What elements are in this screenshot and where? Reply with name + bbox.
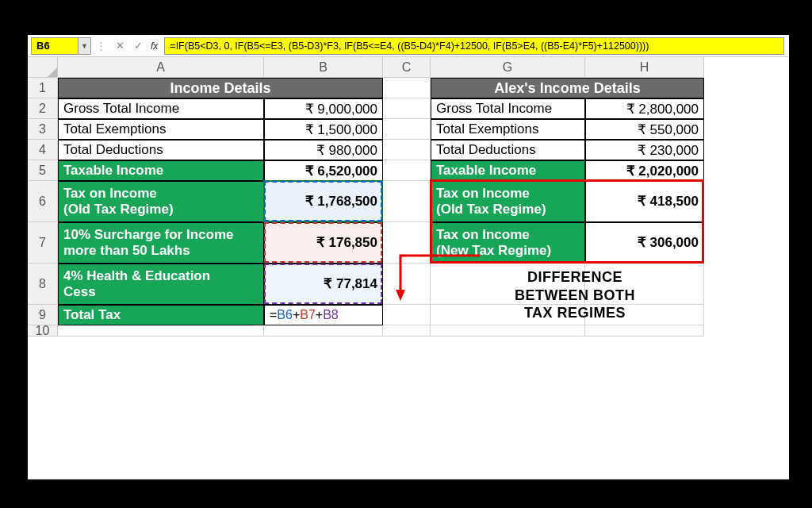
row-header-1[interactable]: 1 — [28, 78, 58, 98]
cell-c4[interactable] — [383, 140, 431, 160]
cell-a8-l2: Cess — [63, 284, 210, 300]
cell-g6-l1: Tax on Income — [436, 186, 546, 202]
cell-g6-l2: (Old Tax Regime) — [436, 202, 546, 217]
cell-g4[interactable]: Total Deductions — [431, 140, 585, 160]
cell-c2[interactable] — [383, 98, 431, 119]
cell-g7[interactable]: Tax on Income(New Tax Regime) — [431, 222, 585, 264]
cell-h3[interactable]: ₹ 550,000 — [585, 119, 704, 140]
cell-b8[interactable]: ₹ 77,814 — [264, 264, 383, 305]
ref-b8: B8 — [323, 308, 339, 322]
select-all-corner[interactable] — [28, 57, 58, 78]
cell-c10[interactable] — [383, 325, 431, 337]
annotation-text: DIFFERENCE BETWEEN BOTH TAX REGIMES — [472, 268, 678, 322]
row-header-8[interactable]: 8 — [28, 264, 58, 305]
annotation-l2: BETWEEN BOTH — [472, 287, 678, 305]
cell-a6-l1: Tax on Income — [63, 186, 174, 202]
cell-g5[interactable]: Taxable Income — [431, 160, 585, 181]
cell-g7-l2: (New Tax Regime) — [436, 243, 551, 259]
col-header-a[interactable]: A — [58, 57, 264, 78]
cell-a8[interactable]: 4% Health & EducationCess — [58, 264, 264, 305]
cell-a7[interactable]: 10% Surcharge for Incomemore than 50 Lak… — [58, 222, 264, 264]
cell-b3[interactable]: ₹ 1,500,000 — [264, 119, 383, 140]
spreadsheet-grid[interactable]: A B C G H 1 Income Details Alex's Income… — [28, 57, 789, 346]
cell-b6[interactable]: ₹ 1,768,500 — [264, 181, 383, 222]
row-header-6[interactable]: 6 — [28, 181, 58, 222]
cell-a4[interactable]: Total Deductions — [58, 140, 264, 160]
cell-c1[interactable] — [383, 78, 431, 98]
cell-h5[interactable]: ₹ 2,020,000 — [585, 160, 704, 181]
left-title[interactable]: Income Details — [58, 78, 383, 98]
cell-a3[interactable]: Total Exemptions — [58, 119, 264, 140]
cell-h6[interactable]: ₹ 418,500 — [585, 181, 704, 222]
cell-b2[interactable]: ₹ 9,000,000 — [264, 98, 383, 119]
cell-c3[interactable] — [383, 119, 431, 140]
cell-b4[interactable]: ₹ 980,000 — [264, 140, 383, 160]
fx-icon[interactable]: fx — [151, 40, 158, 52]
cell-g2[interactable]: Gross Total Income — [431, 98, 585, 119]
cell-g7-l1: Tax on Income — [436, 227, 551, 243]
cell-c9[interactable] — [383, 305, 431, 325]
row-header-10[interactable]: 10 — [28, 325, 58, 337]
cell-c5[interactable] — [383, 160, 431, 181]
cell-c7[interactable] — [383, 222, 431, 264]
col-header-b[interactable]: B — [264, 57, 383, 78]
cell-a6[interactable]: Tax on Income(Old Tax Regime) — [58, 181, 264, 222]
formula-bar: B6 ▼ ⋮ ✕ ✓ fx =IF(B5<D3, 0, IF(B5<=E3, (… — [28, 35, 789, 57]
cell-a7-l1: 10% Surcharge for Income — [63, 227, 233, 243]
row-header-2[interactable]: 2 — [28, 98, 58, 119]
row-header-5[interactable]: 5 — [28, 160, 58, 181]
cell-b10[interactable] — [264, 325, 383, 337]
ref-b6: B6 — [277, 308, 293, 322]
eq: = — [270, 308, 277, 322]
ref-b7: B7 — [300, 308, 316, 322]
excel-window: B6 ▼ ⋮ ✕ ✓ fx =IF(B5<D3, 0, IF(B5<=E3, (… — [28, 35, 789, 479]
right-title[interactable]: Alex's Income Details — [431, 78, 704, 98]
col-header-c[interactable]: C — [383, 57, 431, 78]
name-box-dropdown-icon[interactable]: ▼ — [79, 37, 91, 55]
cell-h10[interactable] — [585, 325, 704, 337]
plus2: + — [316, 308, 323, 322]
annotation-l1: DIFFERENCE — [472, 268, 678, 287]
cell-b5[interactable]: ₹ 6,520,000 — [264, 160, 383, 181]
plus1: + — [293, 308, 300, 322]
name-box[interactable]: B6 — [31, 37, 79, 55]
cell-a5[interactable]: Taxable Income — [58, 160, 264, 181]
row-header-9[interactable]: 9 — [28, 305, 58, 325]
cell-c8[interactable] — [383, 264, 431, 305]
cell-g6[interactable]: Tax on Income(Old Tax Regime) — [431, 181, 585, 222]
cell-g3[interactable]: Total Exemptions — [431, 119, 585, 140]
cell-b9[interactable]: =B6+B7+B8 — [264, 305, 383, 325]
col-header-h[interactable]: H — [585, 57, 704, 78]
cell-a8-l1: 4% Health & Education — [63, 268, 210, 284]
cell-a9[interactable]: Total Tax — [58, 305, 264, 325]
formula-input[interactable]: =IF(B5<D3, 0, IF(B5<=E3, (B5-D3)*F3, IF(… — [164, 37, 784, 55]
annotation-l3: TAX REGIMES — [472, 304, 678, 322]
divider: ⋮ — [96, 40, 106, 52]
cancel-icon[interactable]: ✕ — [116, 40, 124, 52]
cell-a7-l2: more than 50 Lakhs — [63, 243, 233, 259]
cell-b7[interactable]: ₹ 176,850 — [264, 222, 383, 264]
cell-h2[interactable]: ₹ 2,800,000 — [585, 98, 704, 119]
cell-a10[interactable] — [58, 325, 264, 337]
cell-c6[interactable] — [383, 181, 431, 222]
cell-a2[interactable]: Gross Total Income — [58, 98, 264, 119]
cell-h7[interactable]: ₹ 306,000 — [585, 222, 704, 264]
cell-a6-l2: (Old Tax Regime) — [63, 202, 174, 217]
col-header-g[interactable]: G — [431, 57, 585, 78]
row-header-7[interactable]: 7 — [28, 222, 58, 264]
row-header-4[interactable]: 4 — [28, 140, 58, 160]
row-header-3[interactable]: 3 — [28, 119, 58, 140]
cell-h4[interactable]: ₹ 230,000 — [585, 140, 704, 160]
confirm-icon[interactable]: ✓ — [134, 40, 143, 52]
cell-g10[interactable] — [431, 325, 585, 337]
